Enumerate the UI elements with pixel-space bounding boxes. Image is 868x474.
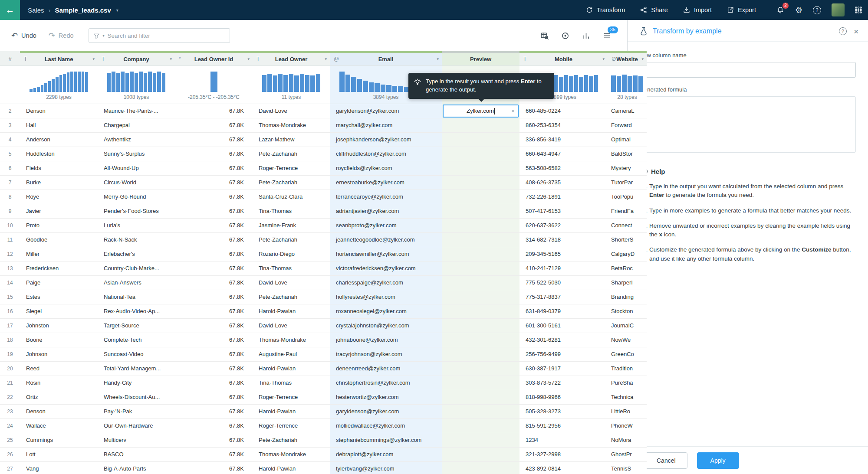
- cell-email[interactable]: roxanneosiegel@zylker.com: [330, 304, 442, 318]
- cell-last_name[interactable]: Rosin: [20, 376, 98, 390]
- cell-lead_owner[interactable]: Harold·Pawlan: [253, 362, 330, 376]
- redo-button[interactable]: ↷ Redo: [49, 32, 74, 39]
- column-histogram-company[interactable]: 1008 types: [98, 66, 175, 104]
- dataset-name[interactable]: Sample_leads.csv: [55, 7, 111, 14]
- column-header-last_name[interactable]: TLast Name▾: [20, 51, 98, 65]
- cell-rownum[interactable]: 7: [0, 176, 20, 190]
- cell-preview[interactable]: [442, 247, 519, 261]
- cell-lead_owner_id[interactable]: 67.8K: [175, 290, 253, 304]
- column-stats-button[interactable]: [582, 31, 591, 40]
- cell-website[interactable]: PhoneW: [608, 419, 647, 433]
- cell-lead_owner_id[interactable]: 67.8K: [175, 233, 253, 247]
- cell-preview[interactable]: [442, 419, 519, 433]
- cell-company[interactable]: Suncoast·Video: [98, 347, 175, 361]
- cell-mobile[interactable]: 631-849-0379: [519, 304, 608, 318]
- cell-last_name[interactable]: Miller: [20, 247, 98, 261]
- cell-preview[interactable]: [442, 390, 519, 404]
- cell-lead_owner[interactable]: Pete·Zachariah: [253, 233, 330, 247]
- cell-last_name[interactable]: Boone: [20, 333, 98, 347]
- cell-website[interactable]: NowWe: [608, 333, 647, 347]
- share-button[interactable]: Share: [640, 6, 668, 14]
- cell-email[interactable]: seanbproto@zylker.com: [330, 219, 442, 232]
- cell-mobile[interactable]: 256-756-9499: [519, 347, 608, 361]
- column-menu-caret-icon[interactable]: ▾: [437, 52, 439, 65]
- cell-email[interactable]: deneenrreed@zylker.com: [330, 362, 442, 376]
- cell-rownum[interactable]: 26: [0, 448, 20, 461]
- cell-company[interactable]: Erlebacher's: [98, 247, 175, 261]
- cell-lead_owner[interactable]: Thomas·Mondrake: [253, 333, 330, 347]
- cell-mobile[interactable]: 732-226-1891: [519, 190, 608, 204]
- cell-last_name[interactable]: Fredericksen: [20, 262, 98, 275]
- cell-company[interactable]: Pender's·Food·Stores: [98, 204, 175, 218]
- cell-email[interactable]: christophertrosin@zylker.com: [330, 376, 442, 390]
- cell-rownum[interactable]: 14: [0, 276, 20, 290]
- cell-lead_owner_id[interactable]: 67.8K: [175, 147, 253, 161]
- cell-preview[interactable]: [442, 276, 519, 290]
- cell-rownum[interactable]: 10: [0, 219, 20, 232]
- cell-lead_owner_id[interactable]: 67.8K: [175, 362, 253, 376]
- cell-lead_owner_id[interactable]: 67.8K: [175, 262, 253, 275]
- cell-rownum[interactable]: 8: [0, 190, 20, 204]
- panel-close-icon[interactable]: ×: [854, 27, 858, 36]
- cell-lead_owner[interactable]: Roger·Terrence: [253, 390, 330, 404]
- cell-website[interactable]: TutorPar: [608, 176, 647, 190]
- cell-company[interactable]: Total·Yard·Managem...: [98, 362, 175, 376]
- export-button[interactable]: Export: [727, 6, 756, 14]
- cell-website[interactable]: Mystery: [608, 161, 647, 175]
- cell-mobile[interactable]: 432-301-6281: [519, 333, 608, 347]
- column-menu-caret-icon[interactable]: ▾: [92, 52, 95, 65]
- cell-rownum[interactable]: 21: [0, 376, 20, 390]
- cell-lead_owner_id[interactable]: 67.8K: [175, 276, 253, 290]
- cell-website[interactable]: Technica: [608, 390, 647, 404]
- cell-company[interactable]: Wheels·Discount·Au...: [98, 390, 175, 404]
- cell-website[interactable]: LittleRo: [608, 405, 647, 418]
- cell-lead_owner_id[interactable]: 67.8K: [175, 376, 253, 390]
- cell-company[interactable]: BASCO: [98, 448, 175, 461]
- cell-company[interactable]: Big·A·Auto·Parts: [98, 462, 175, 474]
- cell-website[interactable]: Stockton: [608, 304, 647, 318]
- cell-email[interactable]: adriantjavier@zylker.com: [330, 204, 442, 218]
- cell-lead_owner[interactable]: David·Love: [253, 104, 330, 118]
- cell-preview[interactable]: [442, 448, 519, 461]
- cell-rownum[interactable]: 23: [0, 405, 20, 418]
- cell-preview[interactable]: [442, 219, 519, 232]
- cell-last_name[interactable]: Ortiz: [20, 390, 98, 404]
- cell-last_name[interactable]: Roye: [20, 190, 98, 204]
- cell-website[interactable]: Connect: [608, 219, 647, 232]
- table-search-button[interactable]: [540, 31, 549, 40]
- cell-mobile[interactable]: 620-637-3622: [519, 219, 608, 232]
- cell-lead_owner_id[interactable]: 67.8K: [175, 333, 253, 347]
- cell-company[interactable]: Multicerv: [98, 433, 175, 447]
- cell-lead_owner_id[interactable]: 67.8K: [175, 405, 253, 418]
- cell-mobile[interactable]: 660-643-4947: [519, 147, 608, 161]
- cell-lead_owner_id[interactable]: 67.8K: [175, 133, 253, 147]
- cell-rownum[interactable]: 20: [0, 362, 20, 376]
- cell-preview[interactable]: [442, 304, 519, 318]
- cell-lead_owner_id[interactable]: 67.8K: [175, 419, 253, 433]
- cell-mobile[interactable]: 408-626-3735: [519, 176, 608, 190]
- cell-preview[interactable]: [442, 347, 519, 361]
- cell-lead_owner_id[interactable]: 67.8K: [175, 204, 253, 218]
- cell-mobile[interactable]: 423-892-0814: [519, 462, 608, 474]
- cell-last_name[interactable]: Paige: [20, 276, 98, 290]
- cell-website[interactable]: PureSha: [608, 376, 647, 390]
- cell-lead_owner_id[interactable]: 67.8K: [175, 448, 253, 461]
- cell-lead_owner[interactable]: Augustine·Paul: [253, 347, 330, 361]
- cell-preview[interactable]: [442, 204, 519, 218]
- cell-lead_owner[interactable]: Santa·Cruz·Clara: [253, 190, 330, 204]
- cell-company[interactable]: All·Wound·Up: [98, 161, 175, 175]
- cell-mobile[interactable]: 563-508-6582: [519, 161, 608, 175]
- cell-company[interactable]: Luria's: [98, 219, 175, 232]
- cell-mobile[interactable]: 303-873-5722: [519, 376, 608, 390]
- column-menu-caret-icon[interactable]: ▾: [325, 52, 327, 65]
- cell-company[interactable]: Chargepal: [98, 118, 175, 132]
- breadcrumb-root[interactable]: Sales: [28, 7, 44, 14]
- cell-last_name[interactable]: Proto: [20, 219, 98, 232]
- cell-company[interactable]: Awthentikz: [98, 133, 175, 147]
- cell-company[interactable]: Circus·World: [98, 176, 175, 190]
- cell-last_name[interactable]: Denson: [20, 104, 98, 118]
- import-button[interactable]: Import: [683, 6, 712, 14]
- cell-rownum[interactable]: 19: [0, 347, 20, 361]
- generated-formula-box[interactable]: [640, 96, 856, 153]
- cell-rownum[interactable]: 27: [0, 462, 20, 474]
